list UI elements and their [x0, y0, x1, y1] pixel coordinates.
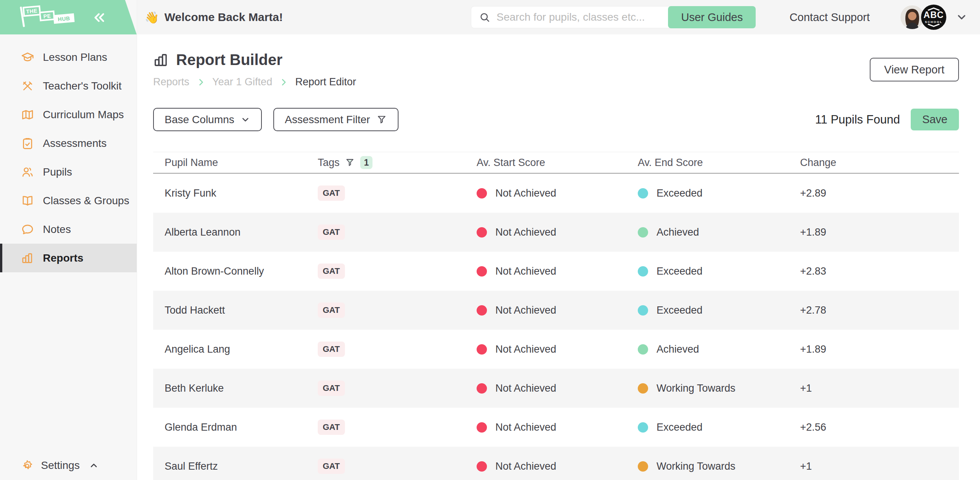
logo-word-pe: PE — [39, 10, 55, 21]
school-badge-school: SCHOOL — [925, 21, 942, 24]
table-header-row: Pupil Name Tags 1 Av. Start Score Av. En… — [153, 152, 959, 174]
start-score-cell: Not Achieved — [477, 460, 638, 472]
end-score-status-dot — [638, 461, 648, 472]
topbar: 👋 Welcome Back Marta! User Guides Contac… — [137, 0, 980, 34]
user-avatar[interactable] — [900, 5, 924, 29]
end-score-cell: Working Towards — [638, 382, 800, 394]
table-row[interactable]: Glenda Erdman GAT Not Achieved Exceeded … — [153, 408, 959, 447]
profile-menu-chevron[interactable] — [956, 11, 968, 23]
wave-emoji-icon: 👋 — [145, 11, 159, 24]
table-row[interactable]: Alberta Leannon GAT Not Achieved Achieve… — [153, 213, 959, 252]
start-score-cell: Not Achieved — [477, 187, 638, 199]
end-score-cell: Exceeded — [638, 265, 800, 277]
title-block: Report Builder ReportsYear 1 GiftedRepor… — [153, 51, 356, 88]
pupil-name-cell: Angelica Lang — [165, 343, 318, 355]
end-score-label: Working Towards — [657, 382, 735, 394]
search-input[interactable] — [497, 11, 684, 23]
chevron-down-icon — [240, 115, 250, 125]
start-score-cell: Not Achieved — [477, 343, 638, 355]
sidebar-item-curriculum-maps[interactable]: Curriculum Maps — [0, 100, 137, 129]
view-report-button[interactable]: View Report — [870, 58, 959, 81]
pupils-found-count: 11 Pupils Found — [815, 113, 900, 127]
breadcrumb-chevron-icon — [196, 78, 206, 87]
start-score-status-dot — [477, 305, 487, 316]
sidebar: THE PE HUB Lesson Plans Teacher's Toolki… — [0, 0, 137, 480]
table-row[interactable]: Alton Brown-Connelly GAT Not Achieved Ex… — [153, 252, 959, 291]
report-builder-icon — [153, 52, 169, 68]
sidebar-item-reports[interactable]: Reports — [0, 244, 137, 272]
sidebar-item-assessments[interactable]: Assessments — [0, 129, 137, 158]
end-score-label: Achieved — [657, 343, 699, 355]
search-icon — [479, 11, 490, 23]
settings-label: Settings — [41, 459, 80, 472]
sidebar-item-label: Curriculum Maps — [43, 109, 124, 121]
tags-cell: GAT — [318, 303, 477, 318]
tag-badge: GAT — [318, 303, 345, 318]
end-score-cell: Achieved — [638, 343, 800, 355]
report-table: Pupil Name Tags 1 Av. Start Score Av. En… — [153, 152, 959, 480]
tags-cell: GAT — [318, 342, 477, 357]
tag-badge: GAT — [318, 381, 345, 396]
sidebar-item-pupils[interactable]: Pupils — [0, 158, 137, 186]
change-cell: +2.78 — [800, 304, 959, 316]
sidebar-item-classes-groups[interactable]: Classes & Groups — [0, 186, 137, 215]
change-cell: +1 — [800, 382, 959, 394]
start-score-status-dot — [477, 188, 487, 199]
breadcrumb-year-1-gifted[interactable]: Year 1 Gifted — [212, 76, 273, 88]
end-score-label: Exceeded — [657, 421, 702, 433]
start-score-cell: Not Achieved — [477, 226, 638, 238]
sidebar-item-notes[interactable]: Notes — [0, 215, 137, 244]
start-score-cell: Not Achieved — [477, 382, 638, 394]
start-score-label: Not Achieved — [495, 265, 556, 277]
table-row[interactable]: Todd Hackett GAT Not Achieved Exceeded +… — [153, 291, 959, 330]
end-score-status-dot — [638, 305, 648, 316]
sidebar-collapse-button[interactable] — [91, 10, 107, 25]
sidebar-item-label: Reports — [43, 252, 83, 264]
users-icon — [21, 166, 34, 179]
contact-support-link[interactable]: Contact Support — [789, 11, 870, 24]
end-score-cell: Working Towards — [638, 460, 800, 472]
sidebar-item-teacher-s-toolkit[interactable]: Teacher's Toolkit — [0, 72, 137, 100]
gear-icon — [21, 459, 33, 472]
table-row[interactable]: Saul Effertz GAT Not Achieved Working To… — [153, 447, 959, 480]
end-score-status-dot — [638, 422, 648, 433]
table-body: Kristy Funk GAT Not Achieved Exceeded +2… — [153, 174, 959, 480]
sidebar-nav: Lesson Plans Teacher's Toolkit Curriculu… — [0, 34, 137, 272]
map-icon — [21, 108, 34, 121]
table-row[interactable]: Angelica Lang GAT Not Achieved Achieved … — [153, 330, 959, 369]
logo-word-the: THE — [23, 5, 41, 17]
app-window: THE PE HUB Lesson Plans Teacher's Toolki… — [0, 0, 980, 480]
topbar-right: User Guides Contact Support ABC SCHOOL — [668, 0, 968, 34]
title-row: Report Builder ReportsYear 1 GiftedRepor… — [153, 51, 959, 88]
sidebar-item-label: Assessments — [43, 137, 107, 150]
sidebar-header: THE PE HUB — [0, 0, 137, 34]
base-columns-label: Base Columns — [165, 114, 234, 126]
sidebar-item-settings[interactable]: Settings — [21, 459, 99, 472]
start-score-label: Not Achieved — [495, 343, 556, 355]
sidebar-item-lesson-plans[interactable]: Lesson Plans — [0, 43, 137, 72]
start-score-status-dot — [477, 227, 487, 238]
user-guides-button[interactable]: User Guides — [668, 6, 756, 28]
tags-cell: GAT — [318, 459, 477, 474]
breadcrumb-chevron-icon — [279, 78, 288, 87]
col-header-start-score: Av. Start Score — [477, 157, 638, 169]
breadcrumb-reports[interactable]: Reports — [153, 76, 189, 88]
base-columns-dropdown[interactable]: Base Columns — [153, 108, 262, 131]
table-row[interactable]: Kristy Funk GAT Not Achieved Exceeded +2… — [153, 174, 959, 213]
tags-cell: GAT — [318, 225, 477, 240]
start-score-label: Not Achieved — [495, 421, 556, 433]
end-score-label: Achieved — [657, 226, 699, 238]
change-cell: +2.56 — [800, 421, 959, 433]
pe-hub-logo[interactable]: THE PE HUB — [18, 5, 99, 31]
sidebar-item-label: Pupils — [43, 166, 72, 178]
table-row[interactable]: Beth Kerluke GAT Not Achieved Working To… — [153, 369, 959, 408]
tags-cell: GAT — [318, 264, 477, 279]
pupil-name-cell: Saul Effertz — [165, 460, 318, 472]
assessment-filter-button[interactable]: Assessment Filter — [273, 108, 399, 131]
school-badge[interactable]: ABC SCHOOL — [921, 5, 946, 30]
sidebar-item-label: Lesson Plans — [43, 51, 107, 63]
save-button[interactable]: Save — [911, 109, 959, 130]
start-score-cell: Not Achieved — [477, 304, 638, 316]
tags-filter-icon[interactable] — [345, 158, 355, 168]
start-score-label: Not Achieved — [495, 304, 556, 316]
